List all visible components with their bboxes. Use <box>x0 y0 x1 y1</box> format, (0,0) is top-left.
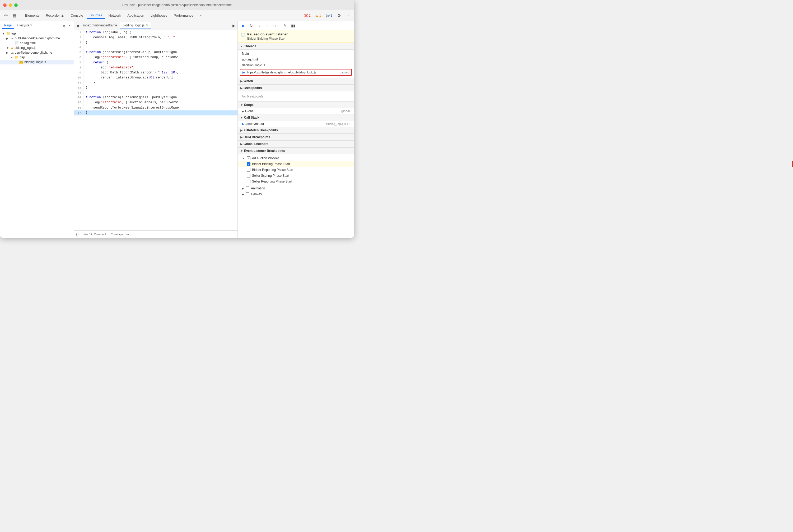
info-badge[interactable]: 💬 1 <box>324 13 334 18</box>
editor-tab-index[interactable]: index.html?fencedframe <box>80 22 120 29</box>
global-listeners-section-header[interactable]: ▶ Global Listeners <box>238 140 354 147</box>
error-badge[interactable]: ❌ 1 <box>302 13 312 18</box>
file-tree: ▼ 📁 top ▶ ☁ publisher-fledge-demo.glitch… <box>0 30 74 238</box>
breakpoints-label: Breakpoints <box>244 86 262 90</box>
bp-bidder-bidding[interactable]: ✓ Bidder Bidding Phase Start <box>238 161 354 167</box>
main-layout: Page Filesystem » ⋮ ▼ 📁 top ▶ ☁ publishe… <box>0 21 354 238</box>
callstack-location: bidding_logic.js:17 <box>326 122 350 126</box>
dom-section-header[interactable]: ▶ DOM Breakpoints <box>238 134 354 140</box>
watch-label: Watch <box>244 79 253 83</box>
breakpoints-section-header[interactable]: ▶ Breakpoints <box>238 84 354 91</box>
pretty-print-button[interactable]: {} <box>76 232 78 236</box>
tab-filesystem[interactable]: Filesystem <box>15 22 34 29</box>
tab-sources[interactable]: Sources <box>87 12 105 19</box>
file-panel: Page Filesystem » ⋮ ▼ 📁 top ▶ ☁ publishe… <box>0 21 74 238</box>
step-over-button[interactable]: ↻ <box>248 22 254 29</box>
tab-application[interactable]: Application <box>125 13 147 18</box>
animation-label: Animation <box>251 187 265 190</box>
tree-label: ad-tag.html <box>20 41 36 45</box>
tab-close-icon[interactable]: ✕ <box>146 23 149 27</box>
tab-label: index.html?fencedframe <box>83 23 117 27</box>
tab-prev-button[interactable]: ◀ <box>75 23 80 28</box>
pause-on-exception-button[interactable]: ▮▮ <box>290 22 297 29</box>
paused-label: paused <box>340 71 349 74</box>
global-listeners-label: Global Listeners <box>244 142 268 146</box>
scope-global-value: global <box>341 109 350 113</box>
tree-item-adtag[interactable]: 📄 ad-tag.html <box>0 41 74 45</box>
thread-main[interactable]: Main <box>238 51 354 57</box>
warning-badge[interactable]: ▲ 1 <box>314 13 323 18</box>
tree-item-dsp-folder[interactable]: ▼ 📁 dsp <box>0 55 74 60</box>
close-button[interactable] <box>3 3 6 7</box>
canvas-header[interactable]: ▶ Canvas <box>238 191 354 197</box>
bp-checkbox-bidder-bidding[interactable]: ✓ <box>247 162 250 166</box>
tree-item-top[interactable]: ▼ 📁 top <box>0 31 74 36</box>
watch-section-header[interactable]: ▶ Watch <box>238 78 354 84</box>
tab-recorder[interactable]: Recorder ▲ <box>43 13 67 18</box>
animation-header[interactable]: ▶ Animation <box>238 186 354 191</box>
tab-network[interactable]: Network <box>106 13 124 18</box>
thread-bidding-highlighted[interactable]: ▶ https://dsp-fledge-demo.glitch.me/dsp/… <box>240 69 352 76</box>
code-line: 2 console.log(label, JSON.stringify(o, "… <box>74 35 238 40</box>
coverage-status: Coverage: n/a <box>111 233 129 236</box>
tab-next-button[interactable]: ▶ <box>231 23 237 28</box>
step-into-button[interactable]: ↓ <box>256 22 263 29</box>
threads-section-header[interactable]: ▼ Threads <box>238 43 354 50</box>
resume-button[interactable]: ▶ <box>240 22 247 29</box>
tab-lighthouse[interactable]: Lighthouse <box>148 13 170 18</box>
code-editor[interactable]: 1 function log(label, o) { 2 console.log… <box>74 30 238 230</box>
minimize-button[interactable] <box>9 3 12 7</box>
thread-decision[interactable]: decision_logic.js <box>238 62 354 68</box>
callstack-item-anon[interactable]: ▶ (anonymous) bidding_logic.js:17 <box>238 121 354 127</box>
code-line: 16 sendReportTo(browserSignals.interestG… <box>74 106 238 110</box>
xhr-section-header[interactable]: ▶ XHR/fetch Breakpoints <box>238 127 354 134</box>
thread-label: decision_logic.js <box>242 63 265 67</box>
tab-performance[interactable]: Performance <box>171 13 196 18</box>
callstack-section-header[interactable]: ▼ Call Stack <box>238 114 354 121</box>
ad-auction-checkbox[interactable]: − <box>247 156 250 160</box>
bp-seller-reporting[interactable]: Seller Reporting Phase Start <box>238 178 354 184</box>
device-toggle-button[interactable]: ▦ <box>11 12 18 19</box>
tab-console[interactable]: Console <box>68 13 86 18</box>
gear-js-icon: ⚙ <box>11 46 14 50</box>
tab-elements[interactable]: Elements <box>22 13 42 18</box>
scope-section-header[interactable]: ▼ Scope <box>238 101 354 108</box>
canvas-checkbox[interactable] <box>246 192 249 196</box>
folder-icon: 📁 <box>15 55 19 59</box>
arrow-right-icon: ▶ <box>243 71 245 74</box>
tab-more-icon[interactable]: » <box>63 23 65 28</box>
window-title: DevTools - publisher-fledge-demo.glitch.… <box>122 3 232 7</box>
code-lines: 1 function log(label, o) { 2 console.log… <box>74 30 238 115</box>
scope-label: Scope <box>244 103 253 107</box>
deactivate-breakpoints-button[interactable]: ✎ <box>282 22 289 29</box>
debug-content: ⓘ Paused on event listener Bidder Biddin… <box>238 30 354 238</box>
tree-item-dsp-root[interactable]: ▶ ☁ dsp-fledge-demo.glitch.me <box>0 50 74 55</box>
step-button[interactable]: ↪ <box>271 22 279 29</box>
fullscreen-button[interactable] <box>14 3 18 7</box>
panel-kebab-menu[interactable]: ⋮ <box>68 23 72 28</box>
more-options-button[interactable]: ⋮ <box>344 12 352 19</box>
tree-item-bidding-top[interactable]: ▼ ⚙ bidding_logic.js <box>0 45 74 50</box>
thread-adtag[interactable]: ad-tag.html <box>238 57 354 62</box>
tree-item-publisher[interactable]: ▶ ☁ publisher-fledge-demo.glitch.me <box>0 36 74 41</box>
info-icon: 💬 <box>326 14 330 17</box>
step-out-button[interactable]: ↑ <box>264 22 270 29</box>
scope-global[interactable]: ▶ Global global <box>238 108 354 114</box>
editor-tab-bidding[interactable]: bidding_logic.js ✕ <box>120 22 151 29</box>
tab-more[interactable]: » <box>197 13 204 18</box>
ad-auction-header[interactable]: ▼ − Ad Auction Worklet <box>238 155 354 161</box>
bp-checkbox-bidder-reporting[interactable] <box>247 168 250 172</box>
event-listener-section-header[interactable]: ▼ Event Listener Breakpoints <box>238 147 354 154</box>
animation-checkbox[interactable] <box>246 187 249 190</box>
code-line: 15 log("reportWin", { auctionSignals, pe… <box>74 100 238 105</box>
code-line: 4 <box>74 45 238 50</box>
cursor-tool-button[interactable]: ✏ <box>2 12 10 19</box>
bp-label: Bidder Reporting Phase Start <box>252 168 293 172</box>
bp-bidder-reporting[interactable]: Bidder Reporting Phase Start <box>238 167 354 173</box>
bp-seller-scoring[interactable]: Seller Scoring Phase Start <box>238 173 354 178</box>
bp-checkbox-seller-scoring[interactable] <box>247 174 250 177</box>
tab-page[interactable]: Page <box>2 22 14 29</box>
tree-item-bidding-js[interactable]: JS bidding_logic.js <box>0 60 74 64</box>
bp-checkbox-seller-reporting[interactable] <box>247 179 250 183</box>
settings-button[interactable]: ⚙ <box>336 12 343 19</box>
